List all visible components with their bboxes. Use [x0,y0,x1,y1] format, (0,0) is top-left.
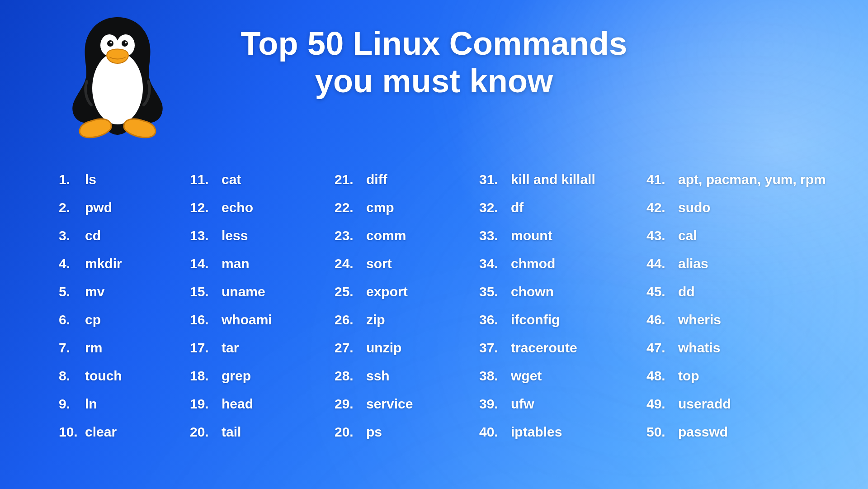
list-item: 5.mv [59,284,185,299]
command-name: clear [85,424,117,440]
item-number: 18. [190,368,215,384]
command-name: wget [511,368,542,384]
list-item: 40.iptables [479,424,642,440]
list-item: 2.pwd [59,200,185,215]
list-item: 19.head [190,396,330,412]
item-number: 27. [335,340,360,356]
item-number: 19. [190,396,215,412]
item-number: 20. [190,424,215,440]
slide-stage: Top 50 Linux Commands you must know 1.ls… [0,0,868,489]
list-item: 16.whoami [190,312,330,328]
item-number: 49. [646,396,672,412]
command-name: whoami [222,312,272,328]
command-name: wheris [678,312,721,328]
list-item: 12.echo [190,200,330,215]
item-number: 34. [479,256,505,271]
item-number: 1. [59,172,79,187]
item-number: 13. [190,228,215,243]
list-item: 49.useradd [646,396,841,412]
item-number: 40. [479,424,505,440]
command-name: df [511,200,524,215]
list-item: 36.ifconfig [479,312,642,328]
list-item: 4.mkdir [59,256,185,271]
item-number: 33. [479,228,505,243]
list-item: 23.comm [335,228,475,243]
list-item: 27.unzip [335,340,475,356]
command-name: pwd [85,200,112,215]
list-item: 22.cmp [335,200,475,215]
item-number: 48. [646,368,672,384]
item-number: 47. [646,340,672,356]
command-name: ifconfig [511,312,560,328]
list-item: 48.top [646,368,841,384]
list-item: 6.cp [59,312,185,328]
list-item: 9.ln [59,396,185,412]
item-number: 26. [335,312,360,328]
list-item: 3.cd [59,228,185,243]
command-name: export [366,284,408,299]
command-name: echo [222,200,253,215]
command-name: dd [678,284,695,299]
item-number: 23. [335,228,360,243]
item-number: 8. [59,368,79,384]
command-name: ls [85,172,96,187]
list-item: 32.df [479,200,642,215]
title-line-2: you must know [315,63,553,99]
item-number: 15. [190,284,215,299]
command-name: cat [222,172,241,187]
command-name: ps [366,424,382,440]
list-item: 44.alias [646,256,841,271]
item-number: 7. [59,340,79,356]
item-number: 17. [190,340,215,356]
command-name: whatis [678,340,720,356]
command-name: service [366,396,413,412]
command-name: kill and killall [511,172,595,187]
item-number: 36. [479,312,505,328]
item-number: 35. [479,284,505,299]
commands-column: 41.apt, pacman, yum, rpm42.sudo43.cal44.… [646,172,841,440]
list-item: 43.cal [646,228,841,243]
item-number: 3. [59,228,79,243]
item-number: 2. [59,200,79,215]
item-number: 46. [646,312,672,328]
item-number: 24. [335,256,360,271]
commands-column: 1.ls2.pwd3.cd4.mkdir5.mv6.cp7.rm8.touch9… [59,172,185,440]
command-name: chown [511,284,554,299]
item-number: 29. [335,396,360,412]
list-item: 24.sort [335,256,475,271]
item-number: 50. [646,424,672,440]
command-name: chmod [511,256,555,271]
commands-column: 11.cat12.echo13.less14.man15.uname16.who… [190,172,330,440]
list-item: 41.apt, pacman, yum, rpm [646,172,841,187]
command-name: sort [366,256,392,271]
list-item: 13.less [190,228,330,243]
command-name: ssh [366,368,390,384]
command-name: sudo [678,200,711,215]
item-number: 41. [646,172,672,187]
command-name: cp [85,312,101,328]
list-item: 31.kill and killall [479,172,642,187]
item-number: 5. [59,284,79,299]
list-item: 7.rm [59,340,185,356]
item-number: 32. [479,200,505,215]
list-item: 11.cat [190,172,330,187]
command-name: mount [511,228,552,243]
item-number: 37. [479,340,505,356]
item-number: 38. [479,368,505,384]
item-number: 44. [646,256,672,271]
command-name: head [222,396,253,412]
command-name: touch [85,368,122,384]
command-name: unzip [366,340,401,356]
item-number: 25. [335,284,360,299]
command-name: useradd [678,396,731,412]
list-item: 10.clear [59,424,185,440]
list-item: 1.ls [59,172,185,187]
list-item: 35.chown [479,284,642,299]
list-item: 21.diff [335,172,475,187]
list-item: 20.ps [335,424,475,440]
list-item: 42.sudo [646,200,841,215]
command-name: mv [85,284,104,299]
item-number: 39. [479,396,505,412]
list-item: 29.service [335,396,475,412]
item-number: 9. [59,396,79,412]
